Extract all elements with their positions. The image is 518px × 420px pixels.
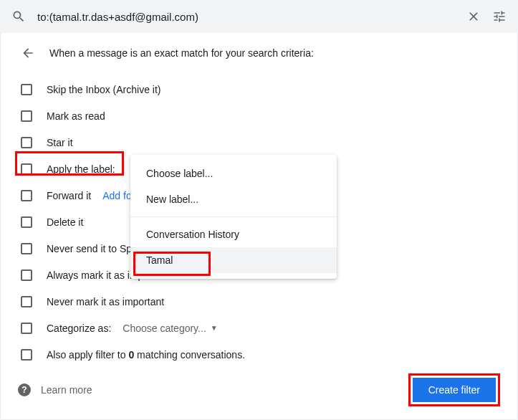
option-never-important: Never mark it as important [21, 288, 500, 315]
checkbox-always-important[interactable] [21, 269, 32, 281]
also-apply-prefix: Also apply filter to [47, 349, 128, 361]
header-text: When a message is an exact match for you… [49, 47, 314, 59]
option-categorize: Categorize as: Choose category... ▼ [21, 315, 500, 341]
label-mark-read: Mark as read [47, 110, 105, 122]
header-row: When a message is an exact match for you… [21, 46, 500, 60]
label-forward-it: Forward it [47, 190, 91, 201]
category-value: Choose category... [123, 323, 206, 334]
back-icon[interactable] [21, 46, 35, 60]
tune-icon[interactable] [492, 9, 507, 24]
label-never-important: Never mark it as important [47, 296, 164, 307]
learn-more-link[interactable]: ? Learn more [18, 383, 92, 396]
learn-more-text: Learn more [41, 384, 92, 396]
dropdown-new-label[interactable]: New label... [130, 186, 337, 212]
checkbox-forward-it[interactable] [21, 190, 32, 201]
dropdown-tamal[interactable]: Tamal [130, 247, 337, 273]
search-bar [0, 0, 518, 33]
category-select[interactable]: Choose category... ▼ [123, 323, 217, 334]
dropdown-choose-label[interactable]: Choose label... [130, 161, 337, 186]
label-also-apply: Also apply filter to 0 matching conversa… [47, 349, 245, 361]
search-input[interactable] [37, 11, 455, 23]
label-star-it: Star it [47, 137, 73, 148]
create-filter-button[interactable]: Create filter [413, 378, 496, 402]
checkbox-skip-inbox[interactable] [21, 84, 32, 95]
label-skip-inbox: Skip the Inbox (Archive it) [47, 84, 161, 95]
footer: ? Learn more Create filter [18, 373, 500, 406]
clear-icon[interactable] [466, 9, 481, 24]
chevron-down-icon: ▼ [211, 324, 218, 332]
option-star-it: Star it [21, 129, 500, 156]
checkbox-never-important[interactable] [21, 296, 32, 307]
label-apply-label: Apply the label: [47, 163, 115, 175]
label-dropdown: Choose label... New label... Conversatio… [130, 155, 337, 279]
option-skip-inbox: Skip the Inbox (Archive it) [21, 76, 500, 102]
highlight-create-filter: Create filter [408, 373, 500, 406]
option-also-apply: Also apply filter to 0 matching conversa… [21, 341, 500, 368]
dropdown-divider [130, 216, 337, 217]
checkbox-delete-it[interactable] [21, 216, 32, 228]
checkbox-categorize[interactable] [21, 323, 32, 334]
checkbox-mark-read[interactable] [21, 110, 32, 122]
checkbox-also-apply[interactable] [21, 349, 32, 361]
option-mark-read: Mark as read [21, 102, 500, 129]
checkbox-apply-label[interactable] [21, 163, 32, 175]
checkbox-never-spam[interactable] [21, 243, 32, 254]
label-categorize: Categorize as: [47, 323, 111, 334]
also-apply-suffix: matching conversations. [134, 349, 245, 361]
label-delete-it: Delete it [47, 216, 83, 228]
help-icon: ? [18, 383, 31, 396]
checkbox-star-it[interactable] [21, 137, 32, 148]
dropdown-conversation-history[interactable]: Conversation History [130, 221, 337, 247]
search-icon [11, 9, 26, 24]
